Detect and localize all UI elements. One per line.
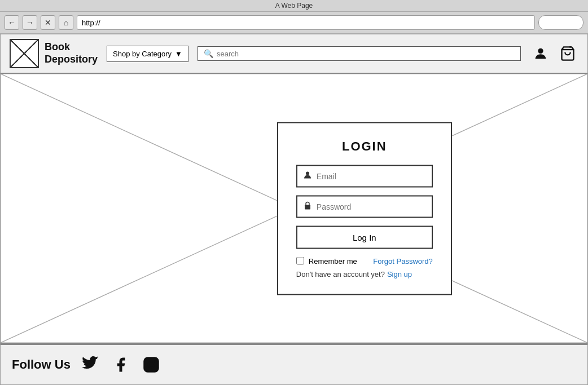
logo-text: Book Depository bbox=[45, 41, 98, 65]
login-card: LOGIN Log In bbox=[277, 122, 452, 295]
search-icon: 🔍 bbox=[204, 49, 213, 58]
site-logo: Book Depository bbox=[10, 39, 98, 68]
svg-point-9 bbox=[148, 362, 154, 368]
signup-link[interactable]: Sign up bbox=[387, 269, 412, 278]
login-title: LOGIN bbox=[296, 139, 433, 153]
cart-icon[interactable] bbox=[557, 43, 578, 64]
browser-toolbar: ← → ✕ ⌂ bbox=[0, 12, 588, 34]
email-field-container bbox=[296, 165, 433, 187]
stop-button[interactable]: ✕ bbox=[41, 15, 55, 30]
forgot-password-link[interactable]: Forgot Password? bbox=[373, 256, 433, 265]
password-input[interactable] bbox=[317, 202, 426, 211]
account-icon[interactable] bbox=[530, 43, 551, 64]
browser-title: A Web Page bbox=[275, 2, 313, 10]
browser-search-input[interactable] bbox=[538, 15, 583, 30]
site-header: Book Depository Shop by Category ▼ 🔍 bbox=[1, 34, 587, 74]
facebook-icon[interactable] bbox=[110, 354, 131, 375]
forward-button[interactable]: → bbox=[23, 15, 37, 30]
no-account-text: Don't have an account yet? bbox=[296, 269, 385, 278]
search-bar: 🔍 bbox=[198, 46, 521, 61]
svg-rect-7 bbox=[305, 205, 310, 209]
twitter-icon[interactable] bbox=[80, 354, 101, 375]
home-button[interactable]: ⌂ bbox=[59, 15, 73, 30]
svg-point-0 bbox=[538, 48, 543, 54]
main-content: LOGIN Log In bbox=[1, 74, 587, 344]
lock-icon bbox=[303, 201, 312, 212]
shop-by-category-button[interactable]: Shop by Category ▼ bbox=[107, 46, 188, 62]
svg-point-10 bbox=[155, 360, 156, 362]
password-field-container bbox=[296, 195, 433, 218]
logo-box bbox=[10, 39, 39, 68]
search-input[interactable] bbox=[217, 50, 515, 58]
dropdown-arrow-icon: ▼ bbox=[175, 50, 182, 58]
instagram-icon[interactable] bbox=[141, 354, 162, 375]
login-button[interactable]: Log In bbox=[296, 225, 433, 249]
follow-us-text: Follow Us bbox=[12, 357, 71, 372]
user-icon bbox=[303, 170, 312, 182]
address-bar[interactable] bbox=[77, 15, 535, 30]
login-options: Remember me Forgot Password? bbox=[296, 256, 433, 265]
back-button[interactable]: ← bbox=[5, 15, 19, 30]
svg-point-6 bbox=[306, 171, 309, 175]
signup-row: Don't have an account yet? Sign up bbox=[296, 269, 433, 278]
site-footer: Follow Us bbox=[1, 344, 587, 384]
browser-title-bar: A Web Page bbox=[0, 0, 588, 12]
remember-me-checkbox[interactable] bbox=[296, 257, 304, 265]
webpage: Book Depository Shop by Category ▼ 🔍 bbox=[0, 34, 588, 385]
email-input[interactable] bbox=[317, 171, 426, 180]
header-icons bbox=[530, 43, 578, 64]
remember-me-label: Remember me bbox=[309, 256, 357, 265]
